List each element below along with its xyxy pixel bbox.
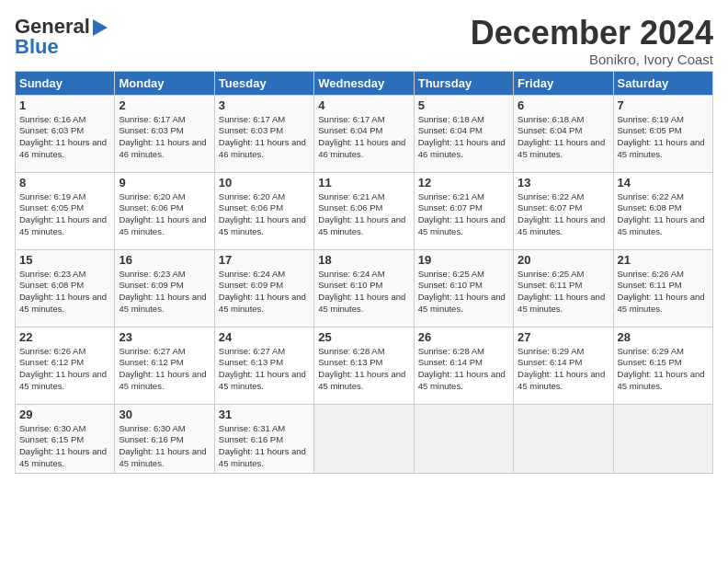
table-cell: 18Sunrise: 6:24 AMSunset: 6:10 PMDayligh…: [314, 249, 414, 327]
table-cell: 2Sunrise: 6:17 AMSunset: 6:03 PMDaylight…: [115, 95, 214, 172]
table-cell: 13Sunrise: 6:22 AMSunset: 6:07 PMDayligh…: [514, 172, 613, 249]
table-cell: 31Sunrise: 6:31 AMSunset: 6:16 PMDayligh…: [214, 404, 313, 473]
table-cell: 15Sunrise: 6:23 AMSunset: 6:08 PMDayligh…: [16, 249, 115, 327]
header-monday: Monday: [115, 71, 214, 95]
header-friday: Friday: [514, 71, 613, 95]
header-sunday: Sunday: [16, 71, 115, 95]
calendar-table: Sunday Monday Tuesday Wednesday Thursday…: [15, 71, 713, 474]
header-tuesday: Tuesday: [214, 71, 313, 95]
table-cell: 6Sunrise: 6:18 AMSunset: 6:04 PMDaylight…: [514, 95, 613, 172]
table-cell: 11Sunrise: 6:21 AMSunset: 6:06 PMDayligh…: [314, 172, 414, 249]
table-cell: 8Sunrise: 6:19 AMSunset: 6:05 PMDaylight…: [16, 172, 115, 249]
table-cell: 12Sunrise: 6:21 AMSunset: 6:07 PMDayligh…: [414, 172, 513, 249]
table-cell: [514, 404, 613, 473]
location-title: Bonikro, Ivory Coast: [471, 52, 713, 67]
table-cell: 27Sunrise: 6:29 AMSunset: 6:14 PMDayligh…: [514, 327, 613, 404]
header: General Blue December 2024 Bonikro, Ivor…: [15, 15, 713, 67]
table-cell: 16Sunrise: 6:23 AMSunset: 6:09 PMDayligh…: [115, 249, 214, 327]
table-cell: 14Sunrise: 6:22 AMSunset: 6:08 PMDayligh…: [613, 172, 712, 249]
logo-blue: Blue: [15, 35, 59, 59]
header-wednesday: Wednesday: [314, 71, 414, 95]
table-cell: [414, 404, 513, 473]
table-cell: 9Sunrise: 6:20 AMSunset: 6:06 PMDaylight…: [115, 172, 214, 249]
table-cell: 26Sunrise: 6:28 AMSunset: 6:14 PMDayligh…: [414, 327, 513, 404]
weekday-header-row: Sunday Monday Tuesday Wednesday Thursday…: [16, 71, 713, 95]
table-cell: [314, 404, 414, 473]
table-cell: 23Sunrise: 6:27 AMSunset: 6:12 PMDayligh…: [115, 327, 214, 404]
month-title: December 2024: [471, 15, 713, 52]
table-cell: 29Sunrise: 6:30 AMSunset: 6:15 PMDayligh…: [16, 404, 115, 473]
header-thursday: Thursday: [414, 71, 513, 95]
table-cell: 3Sunrise: 6:17 AMSunset: 6:03 PMDaylight…: [214, 95, 313, 172]
table-cell: 30Sunrise: 6:30 AMSunset: 6:16 PMDayligh…: [115, 404, 214, 473]
table-cell: 10Sunrise: 6:20 AMSunset: 6:06 PMDayligh…: [214, 172, 313, 249]
table-cell: 1Sunrise: 6:16 AMSunset: 6:03 PMDaylight…: [16, 95, 115, 172]
table-cell: 4Sunrise: 6:17 AMSunset: 6:04 PMDaylight…: [314, 95, 414, 172]
table-cell: 21Sunrise: 6:26 AMSunset: 6:11 PMDayligh…: [613, 249, 712, 327]
logo-arrow-icon: [93, 19, 108, 36]
table-cell: 7Sunrise: 6:19 AMSunset: 6:05 PMDaylight…: [613, 95, 712, 172]
table-cell: 5Sunrise: 6:18 AMSunset: 6:04 PMDaylight…: [414, 95, 513, 172]
header-saturday: Saturday: [613, 71, 712, 95]
table-cell: 22Sunrise: 6:26 AMSunset: 6:12 PMDayligh…: [16, 327, 115, 404]
logo: General Blue: [15, 15, 108, 59]
page-container: General Blue December 2024 Bonikro, Ivor…: [0, 0, 728, 481]
table-cell: 24Sunrise: 6:27 AMSunset: 6:13 PMDayligh…: [214, 327, 313, 404]
table-cell: 17Sunrise: 6:24 AMSunset: 6:09 PMDayligh…: [214, 249, 313, 327]
table-cell: 25Sunrise: 6:28 AMSunset: 6:13 PMDayligh…: [314, 327, 414, 404]
title-block: December 2024 Bonikro, Ivory Coast: [471, 15, 713, 67]
table-cell: [613, 404, 712, 473]
table-cell: 20Sunrise: 6:25 AMSunset: 6:11 PMDayligh…: [514, 249, 613, 327]
table-cell: 19Sunrise: 6:25 AMSunset: 6:10 PMDayligh…: [414, 249, 513, 327]
table-cell: 28Sunrise: 6:29 AMSunset: 6:15 PMDayligh…: [613, 327, 712, 404]
